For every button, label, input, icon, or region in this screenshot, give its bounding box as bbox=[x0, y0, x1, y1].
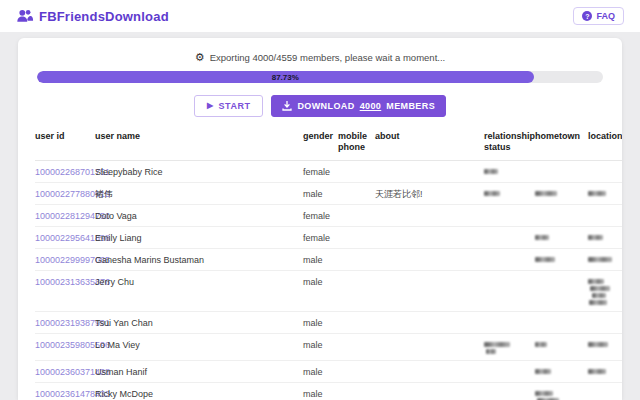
table-row: 100002360371428Usman Hanifmale bbox=[35, 361, 622, 383]
gender-cell: female bbox=[303, 211, 338, 222]
table-row: 100002277880915褚伟male天涯若比邻! bbox=[35, 183, 622, 205]
hometown-cell bbox=[535, 367, 588, 376]
start-label: START bbox=[219, 101, 251, 111]
app-title: FBFriendsDownload bbox=[39, 9, 169, 24]
table-row: 100002299997065Ganesha Marins Bustamanma… bbox=[35, 249, 622, 271]
col-header-relationship-status: relationship status bbox=[484, 131, 535, 154]
location-cell bbox=[588, 189, 622, 198]
user-name-cell: Emily Liang bbox=[95, 233, 303, 244]
table-row: 100002361478433Ricky McDopemale bbox=[35, 383, 622, 400]
user-name-cell: Ganesha Marins Bustaman bbox=[95, 255, 303, 266]
download-icon bbox=[282, 101, 292, 111]
table-body: 100002268701751Sleepybaby Ricefemale1000… bbox=[35, 161, 622, 400]
gender-cell: male bbox=[303, 367, 338, 378]
hometown-cell bbox=[535, 189, 588, 198]
progress-bar: 87.73% bbox=[37, 71, 603, 83]
table-header: user id user name gender mobile phone ab… bbox=[35, 127, 622, 161]
gender-cell: female bbox=[303, 167, 338, 178]
export-status: ⚙ Exporting 4000/4559 members, please wa… bbox=[18, 52, 622, 63]
hometown-cell bbox=[535, 389, 588, 400]
col-header-mobile-phone: mobile phone bbox=[338, 131, 375, 154]
top-bar: FBFriendsDownload ? FAQ bbox=[0, 0, 640, 32]
start-button[interactable]: ▶ START bbox=[194, 95, 264, 117]
table-row: 100002313635876Jerry Chumale bbox=[35, 271, 622, 312]
location-cell bbox=[588, 233, 622, 242]
play-icon: ▶ bbox=[207, 102, 214, 110]
censored-text bbox=[592, 293, 606, 298]
gender-cell: male bbox=[303, 340, 338, 351]
download-prefix: DOWNLOAD bbox=[297, 101, 354, 111]
user-name-cell: 褚伟 bbox=[95, 189, 303, 200]
relationship-status-cell bbox=[484, 167, 535, 176]
action-buttons: ▶ START DOWNLOAD 4000 MEMBERS bbox=[18, 95, 622, 117]
gender-cell: male bbox=[303, 189, 338, 200]
censored-text bbox=[588, 191, 606, 196]
user-name-cell: Jerry Chu bbox=[95, 277, 303, 288]
censored-text bbox=[588, 279, 604, 284]
about-cell: 天涯若比邻! bbox=[375, 189, 484, 200]
question-icon: ? bbox=[582, 11, 592, 21]
relationship-status-cell bbox=[484, 189, 535, 198]
status-message: Exporting 4000/4559 members, please wait… bbox=[210, 52, 446, 63]
censored-text bbox=[588, 342, 608, 347]
censored-text bbox=[588, 257, 612, 262]
table-row: 100002295641898Emily Liangfemale bbox=[35, 227, 622, 249]
progress-percent: 87.73% bbox=[272, 73, 299, 82]
table-row: 100002268701751Sleepybaby Ricefemale bbox=[35, 161, 622, 183]
censored-text bbox=[535, 342, 547, 347]
table-row: 100002319387991Tsui Yan Chanmale bbox=[35, 312, 622, 334]
user-name-cell: Lo Ma Viey bbox=[95, 340, 303, 351]
censored-text bbox=[535, 369, 551, 374]
col-header-gender: gender bbox=[303, 131, 338, 142]
user-name-cell: Doto Vaga bbox=[95, 211, 303, 222]
brand: FBFriendsDownload bbox=[16, 9, 169, 24]
gender-cell: male bbox=[303, 318, 338, 329]
censored-text bbox=[535, 191, 557, 196]
censored-text bbox=[535, 257, 555, 262]
hometown-cell bbox=[535, 233, 588, 242]
censored-text bbox=[484, 342, 510, 347]
faq-label: FAQ bbox=[596, 11, 615, 21]
hometown-cell bbox=[535, 340, 588, 349]
gender-cell: female bbox=[303, 233, 338, 244]
col-header-hometown: hometown bbox=[535, 131, 588, 142]
relationship-status-cell bbox=[484, 340, 535, 356]
members-table: user id user name gender mobile phone ab… bbox=[18, 127, 622, 400]
col-header-user-name: user name bbox=[95, 131, 303, 142]
censored-text bbox=[590, 286, 610, 291]
hometown-cell bbox=[535, 255, 588, 264]
people-icon bbox=[16, 9, 34, 23]
location-cell bbox=[588, 255, 622, 264]
censored-text bbox=[588, 235, 603, 240]
col-header-about: about bbox=[375, 131, 484, 142]
censored-text bbox=[535, 391, 553, 396]
censored-text bbox=[486, 349, 496, 354]
gender-cell: male bbox=[303, 277, 338, 288]
col-header-user-id: user id bbox=[35, 131, 95, 142]
user-name-cell: Sleepybaby Rice bbox=[95, 167, 303, 178]
location-cell bbox=[588, 277, 622, 307]
progress-fill: 87.73% bbox=[37, 71, 534, 83]
download-count: 4000 bbox=[360, 101, 382, 111]
user-name-cell: Tsui Yan Chan bbox=[95, 318, 303, 329]
faq-button[interactable]: ? FAQ bbox=[573, 7, 624, 25]
gender-cell: male bbox=[303, 389, 338, 400]
censored-text bbox=[535, 235, 549, 240]
table-row: 100002281294750Doto Vagafemale bbox=[35, 205, 622, 227]
user-name-cell: Usman Hanif bbox=[95, 367, 303, 378]
table-row: 100002359805596Lo Ma Vieymale bbox=[35, 334, 622, 361]
censored-text bbox=[588, 369, 606, 374]
gender-cell: male bbox=[303, 255, 338, 266]
location-cell bbox=[588, 340, 622, 349]
censored-text bbox=[589, 300, 607, 305]
censored-text bbox=[484, 169, 498, 174]
download-suffix: MEMBERS bbox=[386, 101, 435, 111]
location-cell bbox=[588, 367, 622, 376]
download-members-button[interactable]: DOWNLOAD 4000 MEMBERS bbox=[271, 95, 446, 117]
gear-icon: ⚙ bbox=[195, 52, 205, 63]
censored-text bbox=[484, 191, 500, 196]
main-card: ⚙ Exporting 4000/4559 members, please wa… bbox=[18, 38, 622, 400]
user-name-cell: Ricky McDope bbox=[95, 389, 303, 400]
col-header-location: location bbox=[588, 131, 622, 142]
